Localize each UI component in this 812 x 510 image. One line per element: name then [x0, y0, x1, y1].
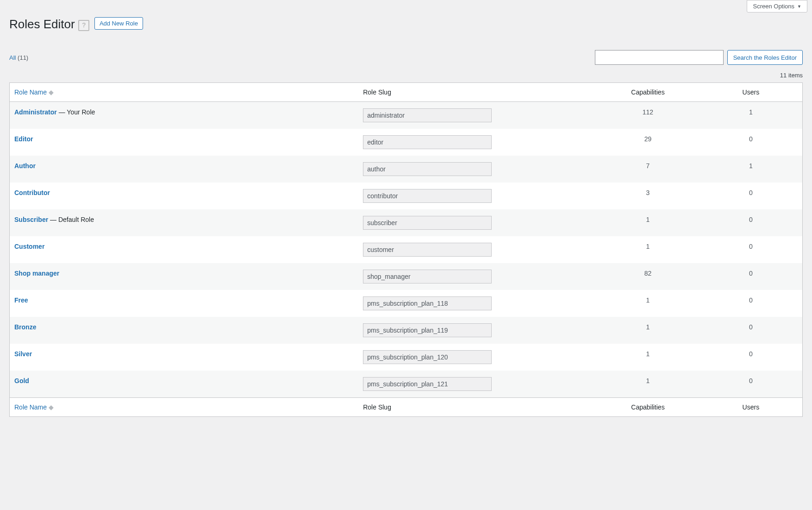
role-users: 0 — [700, 371, 803, 398]
table-row: Free10 — [10, 290, 803, 317]
role-capabilities: 29 — [596, 129, 700, 156]
role-link[interactable]: Contributor — [14, 189, 50, 196]
page-title: Roles Editor — [9, 17, 75, 31]
search-input[interactable] — [595, 50, 724, 65]
role-users: 0 — [700, 183, 803, 209]
col-header-role-name-label: Role Name — [14, 88, 47, 96]
role-capabilities: 7 — [596, 156, 700, 183]
role-capabilities: 1 — [596, 371, 700, 398]
table-row: Bronze10 — [10, 317, 803, 344]
screen-options-label: Screen Options — [753, 3, 794, 10]
role-slug-input[interactable] — [363, 296, 492, 310]
role-users: 0 — [700, 290, 803, 317]
role-slug-input[interactable] — [363, 243, 492, 257]
role-link[interactable]: Shop manager — [14, 270, 59, 277]
col-footer-users: Users — [700, 398, 803, 417]
role-link[interactable]: Editor — [14, 135, 33, 143]
role-users: 0 — [700, 129, 803, 156]
table-row: Editor290 — [10, 129, 803, 156]
table-row: Administrator — Your Role1121 — [10, 102, 803, 129]
role-slug-input[interactable] — [363, 350, 492, 364]
role-users: 0 — [700, 209, 803, 236]
sort-icon: ◆ — [49, 403, 54, 411]
role-slug-input[interactable] — [363, 377, 492, 391]
role-capabilities: 82 — [596, 263, 700, 290]
role-capabilities: 1 — [596, 317, 700, 344]
role-users: 0 — [700, 317, 803, 344]
role-slug-input[interactable] — [363, 189, 492, 203]
filter-all-count: (11) — [18, 54, 28, 61]
role-suffix: — Default Role — [48, 216, 94, 223]
role-capabilities: 1 — [596, 290, 700, 317]
screen-options-toggle[interactable]: Screen Options ▼ — [747, 0, 807, 13]
role-capabilities: 112 — [596, 102, 700, 129]
role-link[interactable]: Gold — [14, 377, 29, 384]
col-footer-role-slug: Role Slug — [358, 398, 596, 417]
role-capabilities: 1 — [596, 344, 700, 371]
table-row: Silver10 — [10, 344, 803, 371]
role-capabilities: 1 — [596, 236, 700, 263]
table-row: Gold10 — [10, 371, 803, 398]
role-slug-input[interactable] — [363, 162, 492, 176]
role-slug-input[interactable] — [363, 323, 492, 337]
chevron-down-icon: ▼ — [797, 4, 801, 9]
role-link[interactable]: Silver — [14, 350, 32, 358]
roles-table: Role Name◆ Role Slug Capabilities Users … — [9, 82, 803, 417]
role-users: 0 — [700, 263, 803, 290]
role-link[interactable]: Administrator — [14, 108, 57, 116]
table-row: Customer10 — [10, 236, 803, 263]
role-slug-input[interactable] — [363, 108, 492, 122]
col-footer-capabilities: Capabilities — [596, 398, 700, 417]
role-suffix: — Your Role — [57, 108, 95, 116]
role-users: 0 — [700, 236, 803, 263]
items-count: 11 items — [9, 72, 803, 79]
role-link[interactable]: Bronze — [14, 323, 36, 331]
table-row: Shop manager820 — [10, 263, 803, 290]
col-footer-role-name[interactable]: Role Name◆ — [14, 403, 54, 411]
help-icon[interactable]: ? — [78, 20, 89, 31]
role-link[interactable]: Customer — [14, 243, 44, 250]
role-link[interactable]: Subscriber — [14, 216, 48, 223]
table-row: Author71 — [10, 156, 803, 183]
role-users: 0 — [700, 344, 803, 371]
sort-icon: ◆ — [49, 88, 54, 96]
filter-all-link[interactable]: All — [9, 54, 16, 61]
col-header-role-name[interactable]: Role Name◆ — [14, 88, 54, 96]
col-header-capabilities: Capabilities — [596, 83, 700, 102]
table-row: Subscriber — Default Role10 — [10, 209, 803, 236]
role-link[interactable]: Free — [14, 296, 28, 304]
col-header-users: Users — [700, 83, 803, 102]
col-header-role-slug: Role Slug — [358, 83, 596, 102]
table-row: Contributor30 — [10, 183, 803, 209]
search-button[interactable]: Search the Roles Editor — [727, 50, 803, 65]
role-link[interactable]: Author — [14, 162, 36, 170]
role-capabilities: 3 — [596, 183, 700, 209]
role-slug-input[interactable] — [363, 216, 492, 230]
role-users: 1 — [700, 102, 803, 129]
add-new-role-button[interactable]: Add New Role — [94, 17, 143, 30]
role-slug-input[interactable] — [363, 270, 492, 283]
col-footer-role-name-label: Role Name — [14, 403, 47, 411]
role-capabilities: 1 — [596, 209, 700, 236]
role-slug-input[interactable] — [363, 135, 492, 149]
role-users: 1 — [700, 156, 803, 183]
